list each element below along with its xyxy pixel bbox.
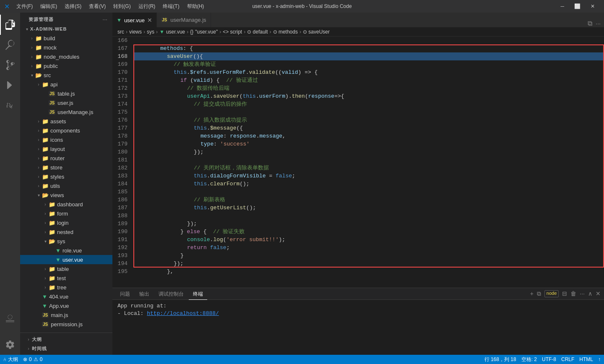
status-language[interactable]: HTML [579,356,593,362]
tree-item-components[interactable]: › 📁 components [20,126,112,135]
tree-item-mock[interactable]: › 📁 mock [20,43,112,52]
terminal-local-link[interactable]: http://localhost:8888/ [147,310,219,317]
close-panel-button[interactable]: ✕ [596,290,601,297]
tab-close-button[interactable]: ✕ [147,17,152,23]
breadcrumb-user-vue[interactable]: user.vue [166,29,185,35]
tree-item-test[interactable]: › 📁 test [20,273,112,283]
tree-item-sys[interactable]: ▾ 📂 sys [20,237,112,246]
tree-item-tree[interactable]: › 📁 tree [20,283,112,292]
breadcrumb-braces[interactable]: {} [190,29,193,35]
tree-item-table-js[interactable]: JS table.js [20,89,112,98]
tree-item-table[interactable]: › 📁 table [20,264,112,273]
terminal-more-button[interactable]: ··· [580,290,585,297]
delete-terminal-button[interactable]: 🗑 [570,290,576,297]
tree-item-src[interactable]: ▾ 📂 src [20,70,112,80]
tree-item-nested[interactable]: › 📁 nested [20,227,112,237]
tree-item-utils[interactable]: › 📁 utils [20,181,112,190]
tree-item-views[interactable]: ▾ 📂 views [20,190,112,200]
minimize-button[interactable]: ─ [555,2,569,11]
tree-item-timeline[interactable]: › 时间线 [23,344,109,353]
tab-usermanage-js[interactable]: JS userManage.js [157,13,211,27]
breadcrumb-script-tag[interactable]: <> script [223,29,242,35]
menu-terminal[interactable]: 终端(T) [159,2,182,11]
activity-explorer[interactable] [0,15,20,35]
tree-item-build[interactable]: › 📁 build [20,34,112,43]
status-branch[interactable]: ⑃ 大纲 [3,356,18,363]
tab-terminal[interactable]: 终端 [189,288,207,300]
tree-item-login[interactable]: › 📁 login [20,218,112,227]
menu-goto[interactable]: 转到(G) [110,2,134,11]
tab-user-vue[interactable]: ▼ user.vue ✕ [112,13,157,27]
tree-item-permission-js[interactable]: JS permission.js [20,320,112,329]
terminal-layout-button[interactable]: ⊟ [562,290,567,297]
chevron-right-icon: › [29,55,35,59]
tree-root[interactable]: ▾ X-ADMIN-WEB [20,24,112,34]
status-sync[interactable]: ↑ [598,356,601,362]
menu-file[interactable]: 文件(F) [13,2,36,11]
activity-extensions[interactable] [0,95,20,115]
breadcrumb-default[interactable]: ⊙ default [247,29,268,35]
status-encoding[interactable]: UTF-8 [542,356,556,362]
tab-debug-console[interactable]: 调试控制台 [154,288,188,300]
tree-item-404-vue[interactable]: ▼ 404.vue [20,292,112,301]
split-editor-button[interactable]: ⧉ [588,20,592,27]
new-terminal-button[interactable]: + [530,290,534,297]
activity-run[interactable] [0,75,20,95]
split-terminal-button[interactable]: ⧉ [537,290,541,297]
tree-item-outline[interactable]: › 大纲 [23,335,109,344]
tree-item-main-js[interactable]: JS main.js [20,310,112,320]
tree-label-table-js: table.js [57,91,75,97]
menu-help[interactable]: 帮助(H) [184,2,208,11]
close-button[interactable]: ✕ [586,2,600,11]
status-spaces[interactable]: 空格: 2 [521,356,537,363]
tree-item-icons[interactable]: › 📁 icons [20,135,112,144]
tree-item-form[interactable]: › 📁 form [20,209,112,218]
breadcrumb-views[interactable]: views [129,29,142,35]
menu-run[interactable]: 运行(R) [135,2,159,11]
tree-item-store[interactable]: › 📁 store [20,163,112,172]
tree-item-usermanage-js[interactable]: JS userManage.js [20,107,112,117]
menu-select[interactable]: 选择(S) [61,2,85,11]
activity-account[interactable] [0,309,20,329]
breadcrumb-src[interactable]: src [117,29,124,35]
tree-item-assets[interactable]: › 📁 assets [20,117,112,126]
tab-problems[interactable]: 问题 [116,288,134,300]
sidebar-more-button[interactable]: ··· [102,16,107,23]
tree-item-user-js[interactable]: JS user.js [20,98,112,107]
tree-item-api[interactable]: › 📁 api [20,80,112,89]
breadcrumb-methods[interactable]: ⊙ methods [273,29,298,35]
activity-search[interactable] [0,35,20,55]
tree-label-dashboard: dashboard [57,201,83,208]
tabs-bar: ▼ user.vue ✕ JS userManage.js ⧉ ··· [112,13,604,27]
breadcrumb-sys[interactable]: sys [147,29,154,35]
menu-edit[interactable]: 编辑(E) [37,2,60,11]
tree-item-node-modules[interactable]: › 📁 node_modules [20,52,112,61]
more-actions-button[interactable]: ··· [596,20,601,27]
code-line-193: } [133,252,604,260]
tab-label-user-vue: user.vue [124,17,145,23]
activity-git[interactable] [0,55,20,75]
activity-settings[interactable] [0,335,20,355]
terminal-line-1: App running at: [117,302,599,310]
tree-item-layout[interactable]: › 📁 layout [20,144,112,153]
status-position[interactable]: 行 168，列 18 [484,356,516,363]
breadcrumb-saveuser[interactable]: ⊙ saveUser [303,29,330,35]
tree-item-public[interactable]: › 📁 public [20,61,112,70]
tree-item-dashboard[interactable]: › 📁 dashboard [20,200,112,209]
terminal-up-button[interactable]: ∧ [588,290,592,297]
breadcrumb-quoted[interactable]: "user.vue" [195,29,218,35]
tree-item-user-vue[interactable]: ▼ user.vue [20,255,112,264]
code-line-194: }); [133,260,604,268]
status-errors[interactable]: ⊗ 0 ⚠ 0 [23,356,42,362]
code-line-189: }); [133,220,604,228]
tab-output[interactable]: 输出 [135,288,154,300]
menu-view[interactable]: 查看(V) [86,2,109,11]
tree-item-role-vue[interactable]: ▼ role.vue [20,246,112,255]
maximize-button[interactable]: ⬜ [569,2,586,11]
tree-item-styles[interactable]: › 📁 styles [20,172,112,181]
titlebar-menus: 文件(F) 编辑(E) 选择(S) 查看(V) 转到(G) 运行(R) 终端(T… [13,2,207,11]
status-line-ending[interactable]: CRLF [561,356,574,362]
code-scroll[interactable]: methods: {saveUser(){// 触发表单验证this.$refs… [133,36,604,288]
tree-item-app-vue[interactable]: ▼ App.vue [20,301,112,310]
tree-item-router[interactable]: › 📁 router [20,153,112,163]
